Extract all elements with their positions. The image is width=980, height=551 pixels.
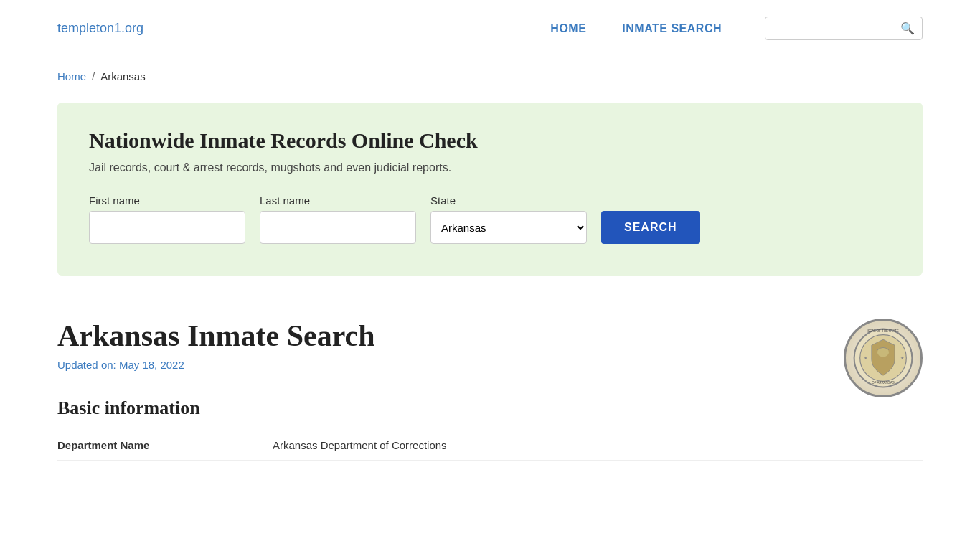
breadcrumb-current: Arkansas [100, 70, 146, 83]
last-name-input[interactable] [260, 211, 416, 244]
svg-text:★: ★ [864, 356, 867, 360]
page-title-row: Arkansas Inmate Search Updated on: May 1… [57, 319, 923, 397]
search-button[interactable]: SEARCH [601, 211, 700, 244]
state-label: State [430, 194, 587, 207]
search-icon: 🔍 [900, 22, 915, 35]
nav-inmate-search[interactable]: INMATE SEARCH [622, 22, 722, 35]
header-search-box: 🔍 [765, 17, 923, 40]
state-select[interactable]: Arkansas [430, 211, 587, 244]
info-row-department: Department Name Arkansas Department of C… [57, 430, 923, 461]
first-name-group: First name [89, 194, 245, 244]
page-title: Arkansas Inmate Search [57, 319, 375, 353]
search-section-title: Nationwide Inmate Records Online Check [89, 128, 891, 153]
search-section-subtitle: Jail records, court & arrest records, mu… [89, 161, 891, 174]
section-basic-title: Basic information [57, 397, 923, 419]
search-form-row: First name Last name State Arkansas SEAR… [89, 194, 891, 244]
info-label-department: Department Name [57, 439, 215, 451]
inmate-search-section: Nationwide Inmate Records Online Check J… [57, 103, 923, 276]
breadcrumb-separator: / [92, 70, 95, 83]
page-title-block: Arkansas Inmate Search Updated on: May 1… [57, 319, 375, 392]
breadcrumb-home-link[interactable]: Home [57, 70, 86, 83]
info-value-department: Arkansas Department of Corrections [273, 439, 447, 451]
header: templeton1.org HOME INMATE SEARCH 🔍 [0, 0, 980, 57]
page-updated: Updated on: May 18, 2022 [57, 359, 375, 371]
header-search-input[interactable] [773, 23, 900, 34]
breadcrumb: Home / Arkansas [0, 57, 980, 95]
svg-text:OF ARKANSAS: OF ARKANSAS [872, 381, 894, 385]
state-group: State Arkansas [430, 194, 587, 244]
first-name-label: First name [89, 194, 245, 207]
first-name-input[interactable] [89, 211, 245, 244]
nav-home[interactable]: HOME [550, 22, 586, 35]
last-name-group: Last name [260, 194, 416, 244]
state-seal: SEAL OF THE STATE OF ARKANSAS ★ ★ [844, 319, 923, 397]
main-content: Arkansas Inmate Search Updated on: May 1… [0, 304, 980, 489]
svg-text:SEAL OF THE STATE: SEAL OF THE STATE [867, 329, 899, 333]
state-seal-svg: SEAL OF THE STATE OF ARKANSAS ★ ★ [853, 321, 913, 395]
svg-text:★: ★ [900, 356, 904, 360]
main-nav: HOME INMATE SEARCH [550, 22, 722, 35]
last-name-label: Last name [260, 194, 416, 207]
logo-link[interactable]: templeton1.org [57, 21, 143, 36]
